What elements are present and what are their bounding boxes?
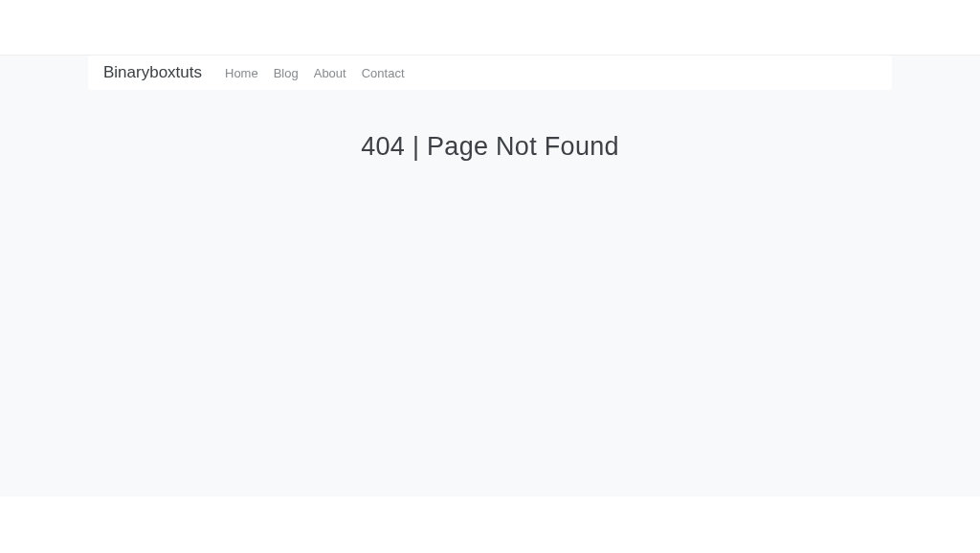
nav-link-home[interactable]: Home <box>217 60 266 86</box>
error-heading: 404 | Page Not Found <box>0 132 980 162</box>
nav-link-about[interactable]: About <box>306 60 354 86</box>
navbar: Binaryboxtuts Home Blog About Contact <box>88 55 892 90</box>
brand-title[interactable]: Binaryboxtuts <box>103 63 202 82</box>
content-area: Binaryboxtuts Home Blog About Contact 40… <box>0 55 980 497</box>
nav-link-blog[interactable]: Blog <box>266 60 306 86</box>
bottom-spacer <box>0 497 980 553</box>
top-spacer <box>0 0 980 55</box>
nav-link-contact[interactable]: Contact <box>354 60 412 86</box>
error-container: 404 | Page Not Found <box>0 90 980 162</box>
nav-links: Home Blog About Contact <box>217 64 412 81</box>
